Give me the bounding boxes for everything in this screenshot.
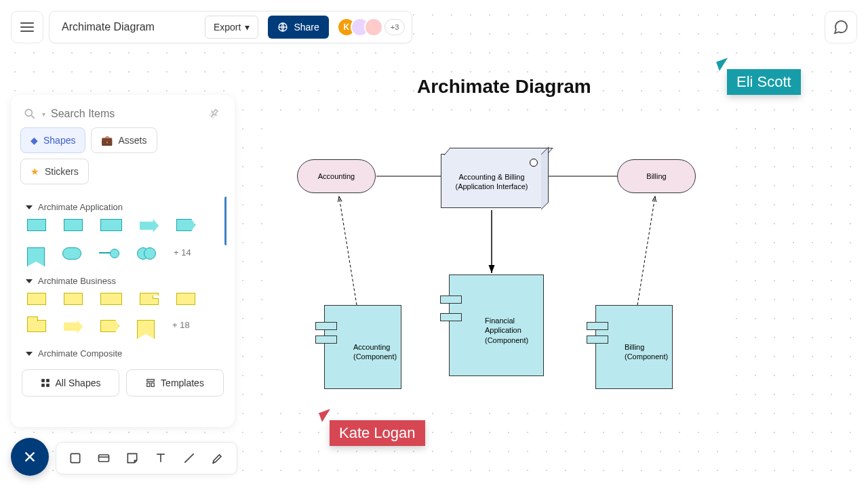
shape-app-rect-2[interactable] (64, 219, 83, 231)
template-icon (146, 378, 155, 388)
shape-app-pentagon[interactable] (176, 219, 195, 231)
svg-line-2 (32, 116, 35, 119)
svg-point-1 (25, 109, 32, 116)
tool-sticky-note[interactable] (119, 445, 146, 472)
shape-biz-rect[interactable] (27, 293, 46, 305)
shape-biz-rect-3[interactable] (176, 293, 195, 305)
all-shapes-button[interactable]: All Shapes (22, 369, 119, 396)
templates-button[interactable]: Templates (126, 369, 224, 396)
node-financial-component[interactable]: Financial Application (Component) (449, 274, 544, 376)
shape-biz-notch[interactable] (140, 293, 159, 305)
shapes-biz-more[interactable]: + 18 (172, 320, 190, 339)
search-input[interactable] (51, 108, 202, 120)
panel-scrollbar[interactable] (224, 197, 226, 245)
globe-icon (277, 22, 288, 33)
shape-app-component[interactable] (100, 219, 122, 231)
section-archimate-application[interactable]: Archimate Application (26, 202, 220, 212)
caret-down-icon (26, 352, 33, 356)
briefcase-icon: 💼 (101, 135, 113, 146)
tab-stickers[interactable]: ★ Stickers (20, 159, 89, 184)
shape-biz-arrow[interactable] (64, 320, 83, 333)
avatar-overflow-count[interactable]: +3 (384, 19, 406, 35)
star-icon: ★ (31, 166, 39, 177)
tool-card[interactable] (90, 445, 117, 472)
avatar-user-3[interactable] (364, 18, 383, 37)
pin-icon[interactable] (205, 105, 222, 122)
diamond-icon: ◆ (31, 135, 38, 146)
svg-rect-4 (46, 379, 50, 382)
bottom-toolbar (56, 442, 237, 474)
node-accounting-component-label: Accounting (Component) (353, 342, 397, 362)
templates-label: Templates (161, 378, 204, 388)
shape-biz-rect-2[interactable] (64, 293, 83, 305)
node-billing-component-label: Billing (Component) (625, 342, 668, 362)
shape-app-collab[interactable] (137, 247, 156, 258)
section-business-label: Archimate Business (38, 276, 116, 286)
shape-app-shield[interactable] (27, 247, 45, 266)
sidebar-footer: All Shapes Templates (19, 369, 226, 396)
node-interface-label: Accounting & Billing (Application Interf… (441, 172, 542, 192)
search-icon (23, 107, 37, 121)
tool-rectangle[interactable] (62, 445, 89, 472)
svg-rect-6 (46, 384, 50, 387)
node-accounting-component[interactable]: Accounting (Component) (324, 305, 401, 389)
section-application-label: Archimate Application (38, 202, 123, 212)
svg-rect-12 (71, 453, 79, 462)
export-label: Export (214, 22, 241, 33)
presence-eli-label: Eli Scott (736, 73, 791, 90)
section-archimate-business[interactable]: Archimate Business (26, 276, 220, 286)
presence-cursor-kate: Kate Logan (330, 420, 425, 446)
document-title[interactable]: Archimate Diagram (62, 21, 195, 33)
svg-line-17 (184, 453, 193, 462)
section-composite-label: Archimate Composite (38, 348, 122, 359)
share-button[interactable]: Share (268, 16, 328, 39)
tool-text[interactable] (147, 445, 174, 472)
node-billing[interactable]: Billing (617, 159, 696, 193)
node-accounting[interactable]: Accounting (297, 159, 376, 193)
grid-icon (41, 378, 50, 388)
shape-app-pill[interactable] (62, 247, 81, 260)
all-shapes-label: All Shapes (56, 378, 101, 388)
main-menu-button[interactable] (11, 11, 43, 43)
shape-app-interface[interactable] (99, 247, 119, 257)
caret-down-icon (26, 205, 33, 209)
close-icon (22, 449, 37, 464)
shapes-app-more[interactable]: + 14 (174, 247, 191, 266)
collaborator-avatars: K +3 (342, 18, 406, 37)
shapes-sidebar: ▾ ◆ Shapes 💼 Assets ★ Stickers Archimate… (11, 95, 235, 427)
svg-line-21 (339, 197, 357, 305)
hamburger-icon (20, 22, 34, 32)
section-archimate-composite[interactable]: Archimate Composite (26, 348, 220, 359)
close-fab[interactable] (11, 438, 49, 476)
svg-rect-3 (41, 379, 45, 382)
search-dropdown-icon[interactable]: ▾ (42, 110, 45, 118)
tool-highlighter[interactable] (204, 445, 231, 472)
shape-biz-folder[interactable] (27, 320, 46, 332)
tab-assets[interactable]: 💼 Assets (91, 127, 157, 153)
node-billing-component[interactable]: Billing (Component) (595, 305, 673, 389)
tab-stickers-label: Stickers (45, 166, 79, 177)
chat-bubble-icon (833, 19, 849, 35)
node-interface[interactable]: Accounting & Billing (Application Interf… (441, 154, 542, 208)
shape-biz-component[interactable] (100, 293, 122, 305)
shape-biz-shield[interactable] (137, 320, 155, 339)
node-accounting-label: Accounting (318, 172, 355, 180)
diagram-area[interactable]: Accounting Billing Accounting & Billing … (271, 125, 719, 410)
comments-button[interactable] (825, 11, 857, 43)
svg-rect-13 (99, 455, 109, 462)
search-row: ▾ (19, 104, 226, 127)
shape-app-rect[interactable] (27, 219, 46, 231)
svg-rect-5 (41, 384, 45, 387)
square-icon (68, 451, 82, 465)
export-button[interactable]: Export ▾ (205, 16, 258, 39)
presence-cursor-eli: Eli Scott (727, 69, 801, 95)
tool-line[interactable] (176, 445, 203, 472)
interface-port-icon (530, 159, 538, 167)
svg-rect-8 (147, 383, 150, 386)
highlighter-icon (211, 451, 224, 465)
card-icon (97, 451, 111, 465)
shape-biz-pentagon[interactable] (100, 320, 119, 332)
tab-shapes[interactable]: ◆ Shapes (20, 127, 85, 153)
shape-app-arrow[interactable] (140, 219, 159, 232)
share-label: Share (294, 22, 319, 33)
